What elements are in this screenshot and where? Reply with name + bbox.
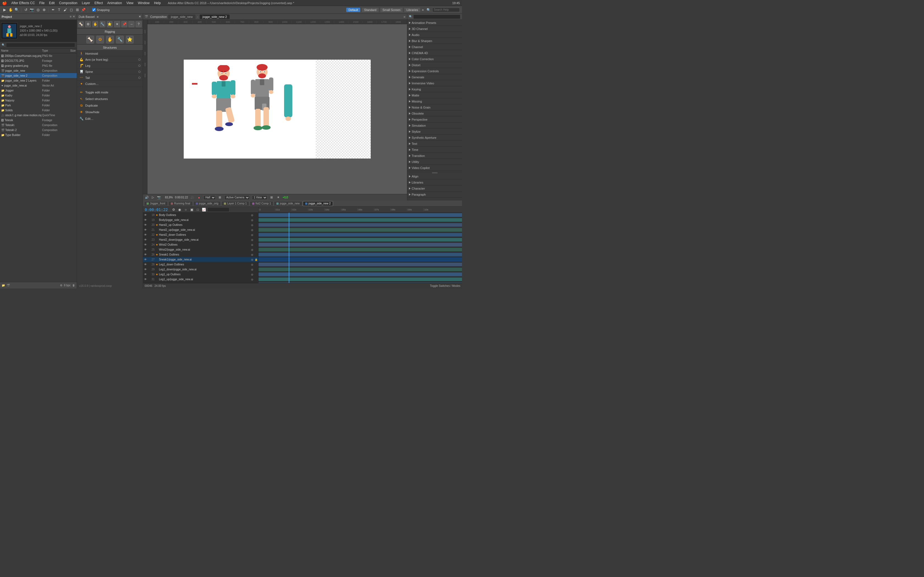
timeline-keyframe-row[interactable] bbox=[258, 257, 462, 262]
timeline-tab[interactable]: Jogger_front bbox=[144, 201, 168, 206]
layer-lock-icon[interactable] bbox=[254, 223, 258, 227]
effect-group-item[interactable]: Time bbox=[407, 147, 462, 153]
layer-visibility-icon[interactable]: 👁 bbox=[144, 228, 147, 231]
file-row[interactable]: 📁 Kadry Folder bbox=[0, 93, 77, 98]
duik-tool-5-icon[interactable]: ⭐ bbox=[107, 21, 113, 27]
tl-settings-icon[interactable]: ⚙ bbox=[171, 207, 176, 212]
timeline-layer-row[interactable]: 👁 28 ★ Leg1_down Outlines ◎ bbox=[143, 262, 258, 267]
create-comp-icon[interactable]: 🎬 bbox=[6, 284, 10, 287]
duik-tool-3-icon[interactable]: ✋ bbox=[92, 21, 98, 27]
duik-toggle-edit-btn[interactable]: ✏ Toggle edit mode bbox=[77, 89, 143, 96]
timeline-layer-row[interactable]: 👁 24 ★ Wrist2 Outlines ◎ bbox=[143, 242, 258, 247]
effects-paragraph-item[interactable]: Paragraph bbox=[407, 192, 462, 198]
duik-duplicate-btn[interactable]: ⧉ Duplicate bbox=[77, 102, 143, 109]
layer-solo-icon[interactable]: ◎ bbox=[250, 228, 254, 232]
effect-group-item[interactable]: Synthetic Aperture bbox=[407, 135, 462, 141]
effect-group-item[interactable]: Obsolete bbox=[407, 110, 462, 116]
effect-group-item[interactable]: Distort bbox=[407, 62, 462, 68]
file-row[interactable]: 🎬 jogge_side_new Composition bbox=[0, 68, 77, 73]
duik-tool-1-icon[interactable]: 🦴 bbox=[78, 21, 84, 27]
duik-help-icon[interactable]: ? bbox=[136, 21, 142, 27]
snapping-checkbox[interactable] bbox=[92, 8, 96, 11]
effect-group-item[interactable]: Stylize bbox=[407, 129, 462, 135]
timeline-layer-row[interactable]: 👁 18 ★ Body Outlines ◎ bbox=[143, 213, 258, 218]
file-row[interactable]: 🖼 DSC01770.JPG Footage bbox=[0, 58, 77, 63]
effect-group-item[interactable]: Utility bbox=[407, 159, 462, 165]
comp-color-icon[interactable]: ● bbox=[197, 195, 201, 200]
create-folder-icon[interactable]: 📁 bbox=[2, 284, 5, 287]
layer-solo-icon[interactable]: ◎ bbox=[250, 278, 254, 281]
search-help-input[interactable] bbox=[432, 8, 460, 12]
layer-lock-icon[interactable]: 🔒 bbox=[254, 258, 258, 261]
layer-solo-icon[interactable]: ◎ bbox=[250, 213, 254, 217]
comp-audio-icon[interactable]: 🔊 bbox=[145, 195, 149, 200]
menu-effect[interactable]: Effect bbox=[92, 0, 105, 5]
layer-visibility-icon[interactable]: 👁 bbox=[144, 263, 147, 266]
panel-menu-icon[interactable]: ≡ bbox=[70, 15, 71, 18]
project-search-input[interactable] bbox=[6, 43, 75, 47]
duik-rig-icon-4[interactable]: 🔧 bbox=[116, 36, 124, 44]
layer-solo-icon[interactable]: ◎ bbox=[250, 263, 254, 266]
effect-group-item[interactable]: CINEMA 4D bbox=[407, 50, 462, 56]
effect-group-item[interactable]: Matte bbox=[407, 92, 462, 98]
duik-hominoid-item[interactable]: 🚶 Hominoid bbox=[77, 50, 143, 56]
pen-tool-icon[interactable]: ✒ bbox=[51, 7, 55, 12]
timeline-keyframe-row[interactable] bbox=[258, 218, 462, 222]
file-row[interactable]: 📁 Jogger Folder bbox=[0, 88, 77, 93]
track-xy-icon[interactable]: ⊕ bbox=[42, 7, 47, 12]
layer-visibility-icon[interactable]: 👁 bbox=[144, 253, 147, 256]
timeline-keyframe-row[interactable] bbox=[258, 227, 462, 232]
tl-frame-blend-icon[interactable]: ▣ bbox=[189, 207, 194, 212]
menu-view[interactable]: View bbox=[124, 0, 136, 5]
comp-tab-1[interactable]: jogge_side_new bbox=[168, 15, 195, 19]
duik-rig-icon-5[interactable]: ⭐ bbox=[126, 36, 134, 44]
file-row[interactable]: ✦ jogge_side_new.ai Vector Art bbox=[0, 83, 77, 88]
timeline-keyframe-row[interactable] bbox=[258, 247, 462, 252]
layer-solo-icon[interactable]: ◎ bbox=[250, 233, 254, 237]
duik-menu-icon[interactable]: ≡ bbox=[97, 15, 99, 18]
file-row[interactable]: 🎬 jogge_side_new 2 Composition bbox=[0, 73, 77, 78]
effect-group-item[interactable]: Channel bbox=[407, 44, 462, 50]
composition-viewport[interactable] bbox=[147, 24, 407, 194]
comp-tab-2[interactable]: jogge_side_new 2 bbox=[200, 15, 229, 19]
text-tool-icon[interactable]: T bbox=[57, 7, 61, 12]
timeline-layer-row[interactable]: 👁 30 ★ Leg1_up Outlines ◎ bbox=[143, 272, 258, 277]
layer-solo-icon[interactable]: ◎ bbox=[250, 258, 254, 261]
toggle-switches-label[interactable]: Toggle Switches / Modes bbox=[430, 284, 460, 287]
layer-lock-icon[interactable] bbox=[254, 248, 258, 251]
duik-custom-item[interactable]: ✦ Custom… bbox=[77, 81, 143, 87]
effect-group-item[interactable]: Perspective bbox=[407, 116, 462, 122]
duik-rig-icon-1[interactable]: 🦴 bbox=[86, 36, 94, 44]
effect-group-item[interactable]: Video Copilot bbox=[407, 165, 462, 171]
comp-preview-icon[interactable]: ▷ bbox=[151, 195, 155, 200]
timeline-keyframe-row[interactable] bbox=[258, 252, 462, 257]
comp-view-select[interactable]: 1 View bbox=[252, 195, 267, 200]
effects-align-item[interactable]: Align bbox=[407, 173, 462, 179]
timeline-search-input[interactable] bbox=[207, 208, 229, 212]
unified-camera-icon[interactable]: 📷 bbox=[29, 7, 34, 12]
layer-lock-icon[interactable] bbox=[254, 268, 258, 271]
layer-lock-icon[interactable] bbox=[254, 263, 258, 266]
stamp-tool-icon[interactable]: ⊞ bbox=[75, 7, 80, 12]
duik-close2-icon[interactable]: ✕ bbox=[114, 21, 120, 27]
duik-close-icon[interactable]: ✕ bbox=[139, 15, 141, 18]
menu-layer[interactable]: Layer bbox=[80, 0, 92, 5]
timeline-tab[interactable]: fist2 Comp 1 bbox=[250, 201, 273, 206]
layer-solo-icon[interactable]: ◎ bbox=[250, 248, 254, 251]
effect-group-item[interactable]: Missing bbox=[407, 98, 462, 105]
project-settings-icon[interactable]: ⚙ bbox=[60, 284, 62, 287]
file-row[interactable]: 📁 Park Folder bbox=[0, 103, 77, 108]
timeline-keyframe-row[interactable] bbox=[258, 213, 462, 218]
duik-rig-icon-3[interactable]: ✋ bbox=[106, 36, 114, 44]
timeline-keyframe-row[interactable] bbox=[258, 277, 462, 282]
timeline-layer-row[interactable]: 👁 26 ★ Sneak1 Outlines ◎ bbox=[143, 252, 258, 257]
layer-visibility-icon[interactable]: 👁 bbox=[144, 248, 147, 251]
layer-visibility-icon[interactable]: 👁 bbox=[144, 243, 147, 246]
layer-lock-icon[interactable] bbox=[254, 213, 258, 217]
timeline-tab[interactable]: jogge_side_orig bbox=[193, 201, 221, 206]
puppet-tool-icon[interactable]: 📌 bbox=[81, 7, 86, 12]
delete-icon[interactable]: 🗑 bbox=[72, 284, 75, 287]
layer-visibility-icon[interactable]: 👁 bbox=[144, 238, 147, 241]
layer-solo-icon[interactable]: ◎ bbox=[250, 243, 254, 247]
effect-group-item[interactable]: Simulation bbox=[407, 122, 462, 129]
